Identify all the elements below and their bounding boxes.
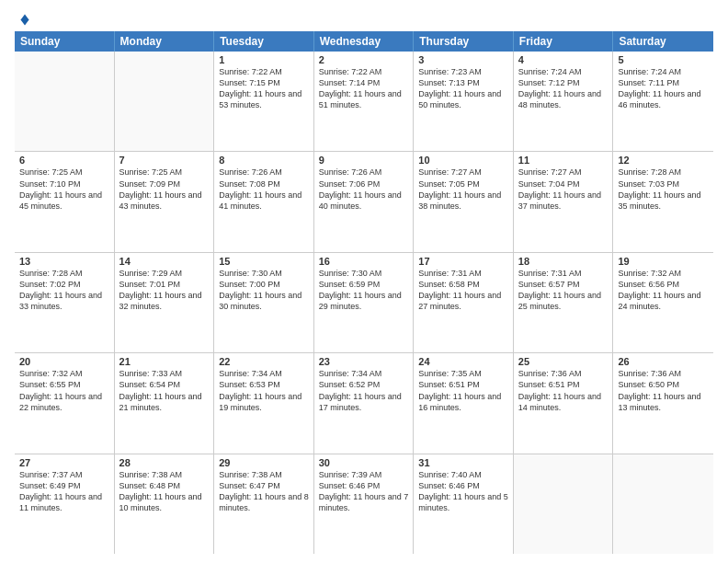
- logo: [15, 13, 33, 28]
- day-number: 19: [618, 256, 709, 267]
- day-number: 31: [418, 457, 508, 468]
- day-info: Sunrise: 7:24 AM Sunset: 7:12 PM Dayligh…: [518, 66, 609, 111]
- day-number: 7: [119, 155, 210, 166]
- day-info: Sunrise: 7:34 AM Sunset: 6:53 PM Dayligh…: [219, 368, 309, 413]
- day-number: 1: [219, 54, 309, 65]
- cal-cell-9: 9Sunrise: 7:26 AM Sunset: 7:06 PM Daylig…: [314, 152, 415, 251]
- cal-cell-empty-4-5: [514, 454, 614, 554]
- day-number: 24: [418, 356, 508, 367]
- svg-marker-0: [17, 15, 33, 26]
- day-number: 16: [319, 256, 409, 267]
- cal-cell-14: 14Sunrise: 7:29 AM Sunset: 7:01 PM Dayli…: [115, 253, 215, 352]
- day-info: Sunrise: 7:22 AM Sunset: 7:15 PM Dayligh…: [219, 66, 309, 111]
- day-info: Sunrise: 7:32 AM Sunset: 6:55 PM Dayligh…: [19, 368, 109, 413]
- cal-cell-23: 23Sunrise: 7:34 AM Sunset: 6:52 PM Dayli…: [314, 353, 415, 453]
- cal-cell-18: 18Sunrise: 7:31 AM Sunset: 6:57 PM Dayli…: [514, 253, 614, 352]
- day-info: Sunrise: 7:22 AM Sunset: 7:14 PM Dayligh…: [319, 66, 409, 111]
- cal-cell-12: 12Sunrise: 7:28 AM Sunset: 7:03 PM Dayli…: [613, 152, 713, 251]
- day-number: 23: [319, 356, 409, 367]
- day-number: 4: [518, 54, 609, 65]
- day-number: 14: [119, 256, 210, 267]
- day-info: Sunrise: 7:26 AM Sunset: 7:06 PM Dayligh…: [319, 167, 409, 212]
- day-number: 6: [19, 155, 109, 166]
- header-day-saturday: Saturday: [613, 31, 713, 52]
- calendar-body: 1Sunrise: 7:22 AM Sunset: 7:15 PM Daylig…: [15, 52, 713, 554]
- cal-cell-26: 26Sunrise: 7:36 AM Sunset: 6:50 PM Dayli…: [613, 353, 713, 453]
- day-number: 15: [219, 256, 309, 267]
- header-day-friday: Friday: [514, 31, 614, 52]
- cal-cell-25: 25Sunrise: 7:36 AM Sunset: 6:51 PM Dayli…: [514, 353, 614, 453]
- cal-cell-17: 17Sunrise: 7:31 AM Sunset: 6:58 PM Dayli…: [414, 253, 514, 352]
- cal-cell-27: 27Sunrise: 7:37 AM Sunset: 6:49 PM Dayli…: [15, 454, 115, 554]
- day-number: 30: [319, 457, 409, 468]
- cal-cell-13: 13Sunrise: 7:28 AM Sunset: 7:02 PM Dayli…: [15, 253, 115, 352]
- cal-cell-29: 29Sunrise: 7:38 AM Sunset: 6:47 PM Dayli…: [214, 454, 314, 554]
- day-info: Sunrise: 7:26 AM Sunset: 7:08 PM Dayligh…: [219, 167, 309, 212]
- cal-cell-7: 7Sunrise: 7:25 AM Sunset: 7:09 PM Daylig…: [115, 152, 215, 251]
- day-number: 29: [219, 457, 309, 468]
- day-number: 10: [418, 155, 508, 166]
- header-day-wednesday: Wednesday: [314, 31, 415, 52]
- day-number: 25: [518, 356, 609, 367]
- day-info: Sunrise: 7:34 AM Sunset: 6:52 PM Dayligh…: [319, 368, 409, 413]
- header-day-thursday: Thursday: [414, 31, 514, 52]
- day-info: Sunrise: 7:35 AM Sunset: 6:51 PM Dayligh…: [418, 368, 508, 413]
- day-info: Sunrise: 7:29 AM Sunset: 7:01 PM Dayligh…: [119, 268, 210, 313]
- day-info: Sunrise: 7:27 AM Sunset: 7:05 PM Dayligh…: [418, 167, 508, 212]
- day-number: 2: [319, 54, 409, 65]
- day-info: Sunrise: 7:24 AM Sunset: 7:11 PM Dayligh…: [618, 66, 709, 111]
- cal-cell-3: 3Sunrise: 7:23 AM Sunset: 7:13 PM Daylig…: [414, 52, 514, 151]
- day-info: Sunrise: 7:39 AM Sunset: 6:46 PM Dayligh…: [319, 469, 409, 514]
- day-number: 5: [618, 54, 709, 65]
- day-number: 8: [219, 155, 309, 166]
- week-row-5: 27Sunrise: 7:37 AM Sunset: 6:49 PM Dayli…: [15, 454, 713, 554]
- day-number: 17: [418, 256, 508, 267]
- day-info: Sunrise: 7:33 AM Sunset: 6:54 PM Dayligh…: [119, 368, 210, 413]
- week-row-3: 13Sunrise: 7:28 AM Sunset: 7:02 PM Dayli…: [15, 253, 713, 353]
- day-info: Sunrise: 7:28 AM Sunset: 7:03 PM Dayligh…: [618, 167, 709, 212]
- day-info: Sunrise: 7:31 AM Sunset: 6:57 PM Dayligh…: [518, 268, 609, 313]
- week-row-1: 1Sunrise: 7:22 AM Sunset: 7:15 PM Daylig…: [15, 52, 713, 152]
- day-number: 22: [219, 356, 309, 367]
- day-info: Sunrise: 7:36 AM Sunset: 6:50 PM Dayligh…: [618, 368, 709, 413]
- day-info: Sunrise: 7:40 AM Sunset: 6:46 PM Dayligh…: [418, 469, 508, 514]
- day-number: 13: [19, 256, 109, 267]
- cal-cell-8: 8Sunrise: 7:26 AM Sunset: 7:08 PM Daylig…: [214, 152, 314, 251]
- day-info: Sunrise: 7:31 AM Sunset: 6:58 PM Dayligh…: [418, 268, 508, 313]
- cal-cell-16: 16Sunrise: 7:30 AM Sunset: 6:59 PM Dayli…: [314, 253, 415, 352]
- cal-cell-2: 2Sunrise: 7:22 AM Sunset: 7:14 PM Daylig…: [314, 52, 415, 151]
- header-day-tuesday: Tuesday: [214, 31, 314, 52]
- cal-cell-4: 4Sunrise: 7:24 AM Sunset: 7:12 PM Daylig…: [514, 52, 614, 151]
- day-info: Sunrise: 7:36 AM Sunset: 6:51 PM Dayligh…: [518, 368, 609, 413]
- day-number: 26: [618, 356, 709, 367]
- day-info: Sunrise: 7:27 AM Sunset: 7:04 PM Dayligh…: [518, 167, 609, 212]
- cal-cell-11: 11Sunrise: 7:27 AM Sunset: 7:04 PM Dayli…: [514, 152, 614, 251]
- day-info: Sunrise: 7:37 AM Sunset: 6:49 PM Dayligh…: [19, 469, 109, 514]
- day-number: 28: [119, 457, 210, 468]
- header: [15, 9, 713, 28]
- cal-cell-20: 20Sunrise: 7:32 AM Sunset: 6:55 PM Dayli…: [15, 353, 115, 453]
- cal-cell-15: 15Sunrise: 7:30 AM Sunset: 7:00 PM Dayli…: [214, 253, 314, 352]
- day-info: Sunrise: 7:25 AM Sunset: 7:10 PM Dayligh…: [19, 167, 109, 212]
- day-number: 27: [19, 457, 109, 468]
- page: SundayMondayTuesdayWednesdayThursdayFrid…: [0, 0, 728, 563]
- day-info: Sunrise: 7:28 AM Sunset: 7:02 PM Dayligh…: [19, 268, 109, 313]
- day-info: Sunrise: 7:30 AM Sunset: 6:59 PM Dayligh…: [319, 268, 409, 313]
- day-number: 11: [518, 155, 609, 166]
- week-row-2: 6Sunrise: 7:25 AM Sunset: 7:10 PM Daylig…: [15, 152, 713, 252]
- day-number: 12: [618, 155, 709, 166]
- day-info: Sunrise: 7:32 AM Sunset: 6:56 PM Dayligh…: [618, 268, 709, 313]
- day-number: 18: [518, 256, 609, 267]
- day-number: 9: [319, 155, 409, 166]
- cal-cell-10: 10Sunrise: 7:27 AM Sunset: 7:05 PM Dayli…: [414, 152, 514, 251]
- day-info: Sunrise: 7:38 AM Sunset: 6:48 PM Dayligh…: [119, 469, 210, 514]
- cal-cell-21: 21Sunrise: 7:33 AM Sunset: 6:54 PM Dayli…: [115, 353, 215, 453]
- cal-cell-19: 19Sunrise: 7:32 AM Sunset: 6:56 PM Dayli…: [613, 253, 713, 352]
- day-info: Sunrise: 7:38 AM Sunset: 6:47 PM Dayligh…: [219, 469, 309, 514]
- day-number: 21: [119, 356, 210, 367]
- header-day-sunday: Sunday: [15, 31, 115, 52]
- day-info: Sunrise: 7:23 AM Sunset: 7:13 PM Dayligh…: [418, 66, 508, 111]
- calendar-header: SundayMondayTuesdayWednesdayThursdayFrid…: [15, 31, 713, 52]
- cal-cell-24: 24Sunrise: 7:35 AM Sunset: 6:51 PM Dayli…: [414, 353, 514, 453]
- header-day-monday: Monday: [115, 31, 215, 52]
